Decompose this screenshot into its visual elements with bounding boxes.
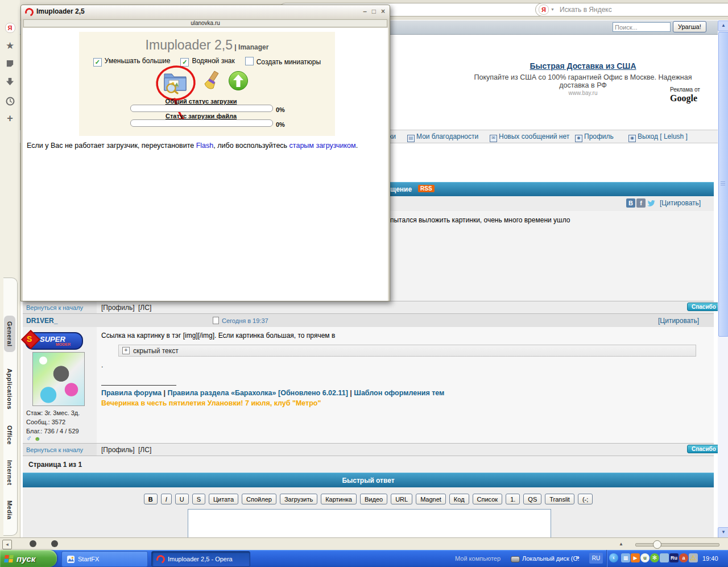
bbcode-smiley-button[interactable]: (-; [578,494,593,504]
checkbox-unchecked-icon[interactable] [245,57,254,65]
thanks-button-2[interactable]: Спасибо [687,445,721,453]
scroll-up-button[interactable]: ▲ [718,20,728,31]
bbcode-underline-button[interactable]: U [175,494,189,504]
zoom-menu-arrow[interactable]: ▲ [619,541,623,547]
bbcode-video-button[interactable]: Видео [360,494,387,504]
spoiler-bar[interactable]: + скрытый текст [118,345,696,357]
bbcode-upload-button[interactable]: Загрузить [280,494,317,504]
bbcode-code-button[interactable]: Код [449,494,469,504]
bbcode-spoiler-button[interactable]: Спойлер [242,494,276,504]
bookmarks-star-icon[interactable]: ★ [0,40,20,52]
quick-reply-textarea[interactable] [188,509,551,539]
bbcode-image-button[interactable]: Картинка [321,494,357,504]
bbcode-list-button[interactable]: Список [473,494,503,504]
language-indicator[interactable]: RU [589,553,603,564]
sig-section-rules-link[interactable]: Правила раздела «Барахолка» [Обновлено 6… [167,389,348,397]
spoiler-expand-icon[interactable]: + [122,347,130,354]
old-uploader-link[interactable]: старым загрузчиком [289,142,356,150]
option-watermark[interactable]: ✓Водяной знак [180,57,234,67]
zoom-slider-handle[interactable] [653,540,661,549]
quicklaunch-overflow-chevron[interactable]: » [576,553,580,561]
sig-forum-rules-link[interactable]: Правила форума [101,389,162,397]
bbcode-quote-button[interactable]: Цитата [209,494,238,504]
local-disk-shortcut[interactable]: Локальный диск (C: [522,555,579,562]
start-upload-icon[interactable] [228,71,249,93]
images-toggle-icon[interactable] [30,540,36,547]
downloads-icon[interactable] [0,77,20,88]
yandex-dropdown-icon[interactable]: ▼ [551,7,555,11]
maximize-button[interactable]: □ [368,7,376,15]
history-clock-icon[interactable] [0,97,20,107]
bbcode-translit-button[interactable]: Translit [545,494,574,504]
flash-link[interactable]: Flash [196,142,214,150]
rss-badge[interactable]: RSS [418,185,435,192]
tray-a-icon[interactable]: a [679,553,688,562]
task-imuploader-opera[interactable]: Imuploader 2,5 - Opera [151,551,250,567]
option-resize[interactable]: ✓Уменьшать большие [93,57,171,67]
bbcode-bold-button[interactable]: B [144,494,158,504]
bbcode-url-button[interactable]: URL [391,494,412,504]
scrollbar-thumb[interactable] [718,32,728,337]
zoom-slider-track[interactable] [635,543,719,547]
scroll-down-button[interactable]: ▼ [718,527,728,538]
pm-link-2[interactable]: [ЛС] [138,446,151,454]
tray-punto-ru-icon[interactable]: Ru [669,553,679,562]
logout-nav-item[interactable]: ◉Выход [ Lelush ] [628,133,688,142]
profile-link-2[interactable]: [Профиль] [101,446,134,454]
yandex-search-input[interactable] [559,5,728,15]
fit-width-toggle-icon[interactable] [51,540,58,547]
messages-nav-item[interactable]: ✉Новых сообщений нет [490,133,569,142]
tray-play-icon[interactable]: ▶ [631,553,640,562]
tray-warning-icon[interactable]: ⚠ [689,553,698,562]
task-startfx[interactable]: StartFX [61,551,148,567]
pm-link[interactable]: [ЛС] [138,304,151,312]
tray-utorrent-icon[interactable]: u [640,553,650,562]
bbcode-magnet-button[interactable]: Magnet [416,494,446,504]
yandex-search-box[interactable]: Я ▼ [535,3,728,16]
tray-app-icon[interactable] [660,553,669,562]
profile-nav-item[interactable]: ☻Профиль [575,133,614,142]
sig-template-link[interactable]: Шаблон оформления тем [354,389,444,397]
facebook-share-icon[interactable]: f [636,198,646,208]
option-thumbnails[interactable]: Создать миниатюры [245,57,321,67]
notes-icon[interactable] [0,59,20,69]
quote-link[interactable]: [Цитировать] [660,199,701,207]
vk-share-icon[interactable]: B [626,198,635,208]
post2-author[interactable]: DR1VER_ [26,317,57,325]
back-to-top-link-2[interactable]: Вернуться к началу [26,446,83,453]
tray-icq-flower-icon[interactable]: ✻ [650,553,659,562]
sig-party-link[interactable]: Вечеринка в честь пятилетия Улановки! 7 … [101,399,321,407]
profile-link[interactable]: [Профиль] [101,304,134,312]
quote-link-2[interactable]: [Цитировать] [658,317,699,325]
yandex-panel-icon[interactable]: Я [0,23,20,33]
tray-collapse-icon[interactable]: ‹ [609,553,618,562]
launcher-tab-general[interactable]: General [4,316,15,352]
start-button[interactable]: пуск [0,550,57,567]
minimize-button[interactable]: – [359,7,367,15]
launcher-tab-media[interactable]: Media [5,495,15,525]
bbcode-italic-button[interactable]: I [161,494,172,504]
thanks-button[interactable]: Спасибо [687,303,721,311]
bbcode-qs-button[interactable]: QS [523,494,541,504]
checkbox-checked-icon[interactable]: ✓ [180,58,189,67]
launcher-tab-applications[interactable]: Applications [5,361,15,417]
window-titlebar[interactable]: Imuploader 2,5 – □ × [21,5,390,19]
launcher-tab-office[interactable]: Office [5,420,15,450]
twitter-share-icon[interactable] [647,198,656,209]
my-computer-shortcut[interactable]: Мой компьютер [455,555,500,562]
post-page-icon[interactable] [213,317,219,324]
launcher-tab-internet[interactable]: Internet [5,454,15,491]
panel-toggle-button[interactable]: ◂ [2,540,12,549]
thanks-nav-item[interactable]: ▤Мои благодарности [407,133,478,142]
checkbox-checked-icon[interactable]: ✓ [93,58,102,67]
online-user-icon[interactable]: ☻ [34,435,41,442]
tray-window-icon[interactable]: ▦ [621,553,630,562]
back-to-top-link[interactable]: Вернуться к началу [26,304,83,311]
add-panel-icon[interactable]: + [0,113,20,125]
forum-search-input[interactable] [613,22,671,32]
bbcode-numlist-button[interactable]: 1. [506,494,520,504]
close-button[interactable]: × [377,7,385,15]
ad-title-link[interactable]: Быстрая Доставка из США [452,61,714,71]
forum-search-button[interactable]: Урагша! [673,21,706,32]
clear-list-broom-icon[interactable] [202,71,221,95]
